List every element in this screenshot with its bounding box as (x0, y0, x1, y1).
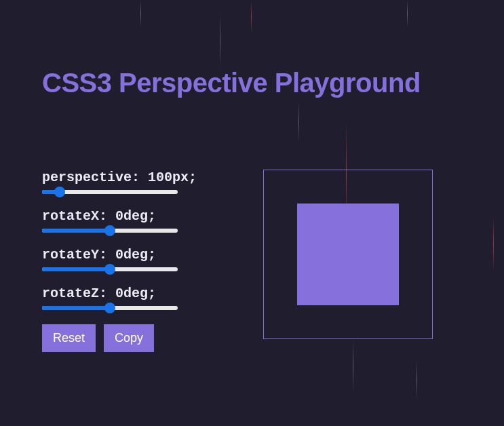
output-preview-box (297, 204, 399, 305)
slider-wrapper (42, 264, 178, 275)
slider-wrapper (42, 225, 178, 236)
perspective-control: perspective: 100px; (42, 170, 232, 197)
settings-panel: perspective: 100px; rotateX: 0deg; rotat… (42, 170, 232, 352)
bg-line-decoration (140, 0, 141, 27)
bg-line-decoration (407, 0, 408, 27)
slider-wrapper (42, 187, 178, 197)
bg-line-decoration (220, 14, 220, 68)
copy-button[interactable]: Copy (104, 324, 154, 352)
reset-button[interactable]: Reset (42, 324, 96, 352)
rotatey-label: rotateY: 0deg; (42, 247, 232, 263)
bg-line-decoration (298, 102, 299, 142)
output-preview-container (263, 170, 433, 339)
rotatex-label: rotateX: 0deg; (42, 208, 232, 224)
perspective-label: perspective: 100px; (42, 170, 232, 185)
bg-line-decoration (416, 360, 417, 400)
bg-line-decoration (493, 217, 494, 271)
bg-line-decoration (353, 339, 353, 393)
rotatex-slider[interactable] (42, 229, 178, 233)
rotatez-label: rotateZ: 0deg; (42, 286, 232, 301)
page-title: CSS3 Perspective Playground (42, 68, 421, 98)
perspective-slider[interactable] (42, 190, 178, 194)
rotatex-control: rotateX: 0deg; (42, 208, 232, 236)
rotatey-control: rotateY: 0deg; (42, 247, 232, 275)
bg-line-decoration (251, 0, 252, 34)
rotatez-slider[interactable] (42, 306, 178, 310)
slider-wrapper (42, 303, 178, 313)
button-group: Reset Copy (42, 324, 232, 352)
rotatey-slider[interactable] (42, 267, 178, 271)
rotatez-control: rotateZ: 0deg; (42, 286, 232, 313)
